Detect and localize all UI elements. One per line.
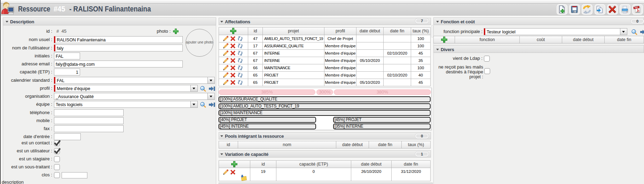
svg-text:Adobe: Adobe xyxy=(636,11,640,13)
